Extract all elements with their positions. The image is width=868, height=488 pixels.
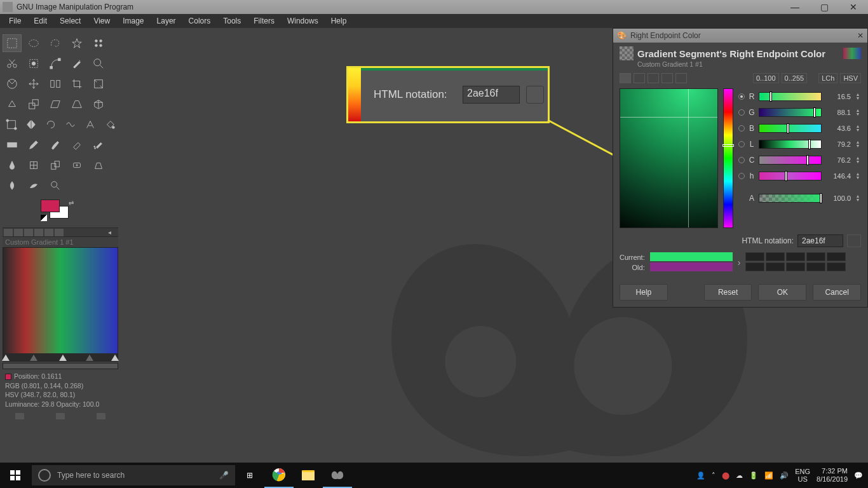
tray-lang2[interactable]: US <box>795 475 810 483</box>
mode-lch[interactable]: LCh <box>818 73 837 83</box>
menu-windows[interactable]: Windows <box>282 15 323 27</box>
dock-btn[interactable] <box>15 413 24 419</box>
start-button[interactable] <box>0 463 31 488</box>
tray-lang1[interactable]: ENG <box>795 468 810 475</box>
tool-3d-transform[interactable] <box>89 95 108 113</box>
picker-tab-gimp[interactable] <box>620 73 631 83</box>
cancel-button[interactable]: Cancel <box>813 284 861 301</box>
tool-rect-select[interactable] <box>3 34 22 52</box>
minimize-button[interactable]: — <box>780 0 810 14</box>
radio-l[interactable] <box>738 141 745 147</box>
tool-handle-transform[interactable] <box>3 116 20 133</box>
search-box[interactable]: Type here to search 🎤 <box>32 465 235 485</box>
picker-tab-palette[interactable] <box>675 73 687 83</box>
slider-r[interactable] <box>759 92 822 101</box>
help-button[interactable]: Help <box>620 284 668 301</box>
dock-btn[interactable] <box>56 413 65 419</box>
dock-tab[interactable] <box>4 229 13 236</box>
slider-l[interactable] <box>759 140 822 149</box>
tool-eraser[interactable] <box>67 136 86 154</box>
tray-people-icon[interactable]: 👤 <box>696 471 705 480</box>
spinner[interactable]: ▲▼ <box>855 140 861 148</box>
dock-tab[interactable] <box>14 229 23 236</box>
menu-layer[interactable]: Layer <box>152 15 181 27</box>
tool-by-color-select[interactable] <box>89 34 108 52</box>
tray-onedrive-icon[interactable]: ☁ <box>736 471 743 480</box>
tool-warp[interactable] <box>62 116 79 133</box>
picker-tab-cmyk[interactable] <box>634 73 645 83</box>
mic-icon[interactable]: 🎤 <box>219 471 229 480</box>
history-swatch[interactable] <box>745 252 764 261</box>
picker-tab-wheel[interactable] <box>661 73 673 83</box>
spinner[interactable]: ▲▼ <box>855 156 861 164</box>
menu-view[interactable]: View <box>88 15 115 27</box>
old-color-swatch[interactable] <box>650 262 733 271</box>
tool-dodge[interactable] <box>46 177 65 194</box>
add-to-history-icon[interactable]: › <box>738 257 741 268</box>
tool-shear[interactable] <box>46 95 65 113</box>
maximize-button[interactable]: ▢ <box>810 0 839 14</box>
radio-b[interactable] <box>738 125 745 132</box>
tool-airbrush[interactable] <box>89 136 108 154</box>
menu-help[interactable]: Help <box>326 15 352 27</box>
slider-g[interactable] <box>759 108 822 117</box>
dock-tab[interactable] <box>34 229 43 236</box>
slider-a[interactable] <box>759 194 822 203</box>
tool-paths[interactable] <box>46 55 65 72</box>
tool-blur[interactable] <box>3 177 22 194</box>
slider-b[interactable] <box>759 124 822 133</box>
history-swatch[interactable] <box>766 252 785 261</box>
menu-edit[interactable]: Edit <box>29 15 52 27</box>
tool-measure[interactable] <box>3 75 22 93</box>
dock-tab[interactable] <box>55 229 64 236</box>
radio-c[interactable] <box>738 157 745 163</box>
menu-tools[interactable]: Tools <box>218 15 246 27</box>
tool-gradient[interactable] <box>3 136 22 154</box>
tool-paintbrush[interactable] <box>46 136 65 154</box>
ok-button[interactable]: OK <box>758 284 806 301</box>
tool-move[interactable] <box>24 75 43 93</box>
tool-align[interactable] <box>46 75 65 93</box>
tool-fuzzy-select[interactable] <box>67 34 86 52</box>
spinner[interactable]: ▲▼ <box>855 109 861 116</box>
slider-c[interactable] <box>759 156 822 165</box>
dock-tab[interactable] <box>44 229 53 236</box>
menu-file[interactable]: File <box>4 15 26 27</box>
tool-cage[interactable] <box>42 116 59 133</box>
tool-pencil[interactable] <box>24 136 43 154</box>
html-notation-input[interactable] <box>797 234 843 247</box>
history-swatch[interactable] <box>827 262 846 271</box>
tray-battery-icon[interactable]: 🔋 <box>749 471 758 480</box>
dock-btn[interactable] <box>97 413 105 419</box>
dialog-titlebar[interactable]: 🎨 Right Endpoint Color ✕ <box>613 29 867 43</box>
tray-security-icon[interactable]: ⬤ <box>722 471 729 480</box>
tool-scale[interactable] <box>24 95 43 113</box>
menu-select[interactable]: Select <box>55 15 86 27</box>
tool-free-select[interactable] <box>46 34 65 52</box>
tool-zoom[interactable] <box>89 55 108 72</box>
history-swatch[interactable] <box>766 262 785 271</box>
taskbar-gimp-icon[interactable] <box>323 463 352 488</box>
tray-clock[interactable]: 7:32 PM 8/16/2019 <box>817 467 848 484</box>
fg-color[interactable] <box>41 200 60 212</box>
taskbar-chrome-icon[interactable] <box>264 463 294 488</box>
tool-scissors[interactable] <box>3 55 22 72</box>
tool-smudge[interactable] <box>24 177 43 194</box>
history-swatch[interactable] <box>786 252 805 261</box>
reset-colors-icon[interactable] <box>41 215 47 221</box>
dock-menu-icon[interactable]: ◂ <box>108 229 117 236</box>
menu-filters[interactable]: Filters <box>248 15 280 27</box>
gradient-preview[interactable] <box>3 247 118 362</box>
range-0-255[interactable]: 0..255 <box>782 73 808 83</box>
tool-perspective-clone[interactable] <box>89 156 108 174</box>
spinner[interactable]: ▲▼ <box>855 125 861 132</box>
gradient-scrollbar[interactable] <box>3 363 118 369</box>
tray-up-icon[interactable]: ˄ <box>712 471 715 480</box>
spinner[interactable]: ▲▼ <box>855 93 861 100</box>
close-button[interactable]: ✕ <box>839 0 868 14</box>
task-view-icon[interactable]: ⊞ <box>235 463 264 488</box>
menu-image[interactable]: Image <box>118 15 149 27</box>
taskbar-explorer-icon[interactable] <box>294 463 323 488</box>
tool-ellipse-select[interactable] <box>24 34 43 52</box>
mode-hsv[interactable]: HSV <box>840 73 861 83</box>
